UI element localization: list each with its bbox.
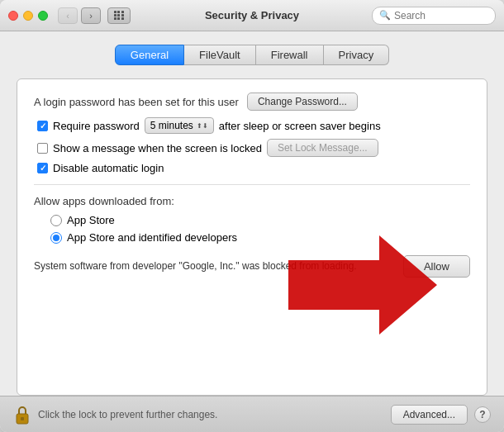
disable-login-row: Disable automatic login (34, 162, 470, 174)
main-window: ‹ › Security & Privacy 🔍 General FileVau… (0, 0, 504, 432)
close-button[interactable] (8, 11, 18, 21)
tab-general[interactable]: General (115, 45, 184, 65)
bottom-bar: Click the lock to prevent further change… (0, 396, 504, 432)
blocked-section: System software from developer "Google, … (34, 255, 470, 278)
traffic-lights (8, 11, 48, 21)
allow-button[interactable]: Allow (403, 255, 470, 278)
blocked-text: System software from developer "Google, … (34, 259, 395, 273)
disable-login-checkbox[interactable] (37, 163, 48, 173)
show-message-checkbox[interactable] (37, 143, 48, 154)
dropdown-value: 5 minutes (150, 120, 193, 131)
svg-rect-2 (21, 417, 24, 420)
password-timeout-dropdown[interactable]: 5 minutes ⬆⬇ (145, 117, 214, 134)
login-password-row: A login password has been set for this u… (34, 93, 470, 111)
lock-icon[interactable] (13, 404, 31, 425)
back-icon: ‹ (66, 11, 69, 21)
forward-icon: › (89, 11, 93, 21)
radio-app-store-row: App Store (34, 214, 470, 226)
settings-panel: A login password has been set for this u… (17, 78, 487, 396)
grid-icon (114, 11, 124, 21)
require-password-row: Require password 5 minutes ⬆⬇ after slee… (34, 117, 470, 134)
search-icon: 🔍 (379, 10, 391, 21)
bottom-right: Advanced... ? (391, 405, 491, 425)
titlebar: ‹ › Security & Privacy 🔍 (0, 0, 504, 31)
help-button[interactable]: ? (474, 406, 491, 423)
arrow-overlay (288, 235, 437, 337)
back-button[interactable]: ‹ (58, 7, 78, 24)
search-input[interactable] (394, 10, 488, 21)
svg-marker-0 (288, 235, 437, 335)
allow-apps-label: Allow apps downloaded from: (34, 195, 470, 207)
disable-login-label: Disable automatic login (53, 162, 164, 174)
nav-buttons: ‹ › (58, 7, 101, 24)
divider (34, 184, 470, 185)
grid-button[interactable] (107, 7, 131, 24)
radio-identified-row: App Store and identified developers (34, 231, 470, 244)
allow-apps-section: Allow apps downloaded from: App Store Ap… (34, 195, 470, 244)
require-password-checkbox[interactable] (37, 121, 48, 131)
lock-area: Click the lock to prevent further change… (13, 404, 217, 425)
radio-identified-label: App Store and identified developers (67, 231, 237, 244)
tab-filevault[interactable]: FileVault (184, 45, 256, 65)
login-password-text: A login password has been set for this u… (34, 96, 239, 108)
forward-button[interactable]: › (81, 7, 101, 24)
tab-firewall[interactable]: Firewall (256, 45, 324, 65)
radio-app-store-label: App Store (67, 214, 115, 226)
show-message-label: Show a message when the screen is locked (53, 142, 262, 154)
set-lock-message-button[interactable]: Set Lock Message... (267, 139, 378, 157)
require-password-label: Require password (53, 120, 140, 132)
dropdown-arrow-icon: ⬆⬇ (197, 122, 208, 130)
show-message-row: Show a message when the screen is locked… (34, 139, 470, 157)
radio-app-store[interactable] (50, 215, 62, 226)
require-password-suffix: after sleep or screen saver begins (219, 120, 381, 132)
content-area: General FileVault Firewall Privacy A log… (0, 31, 504, 396)
lock-text: Click the lock to prevent further change… (38, 409, 217, 420)
search-box[interactable]: 🔍 (372, 7, 496, 25)
maximize-button[interactable] (38, 11, 48, 21)
radio-identified[interactable] (50, 232, 62, 244)
change-password-button[interactable]: Change Password... (247, 93, 358, 111)
advanced-button[interactable]: Advanced... (391, 405, 468, 425)
tab-privacy[interactable]: Privacy (324, 45, 390, 65)
window-title: Security & Privacy (205, 9, 299, 21)
tab-bar: General FileVault Firewall Privacy (17, 45, 487, 65)
minimize-button[interactable] (23, 11, 33, 21)
